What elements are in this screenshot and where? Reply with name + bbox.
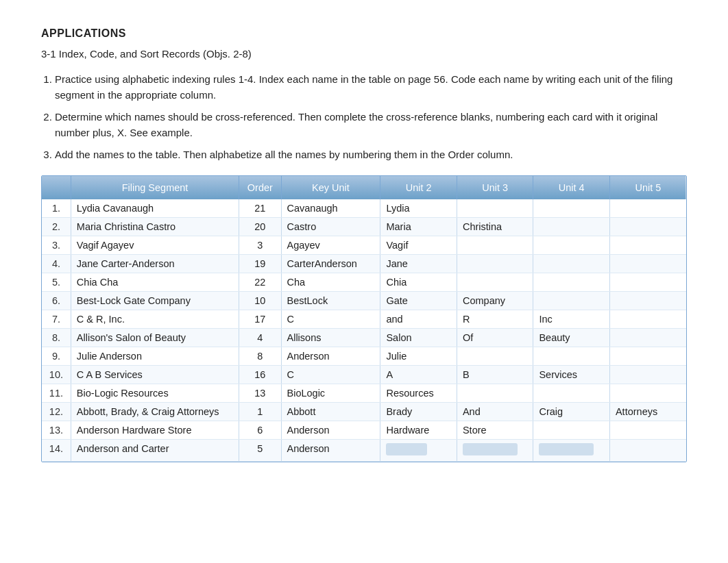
table-cell: Bio-Logic Resources xyxy=(71,384,239,403)
table-cell: Vagif xyxy=(380,236,457,255)
table-cell: C A B Services xyxy=(71,366,239,384)
table-cell: 1 xyxy=(239,403,281,421)
table-cell: C xyxy=(281,366,380,384)
col-header-order: Order xyxy=(239,176,281,200)
table-cell: Jane xyxy=(380,255,457,273)
applications-table: Filing Segment Order Key Unit Unit 2 Uni… xyxy=(42,176,686,462)
table-cell: Best-Lock Gate Company xyxy=(71,292,239,310)
table-cell xyxy=(533,421,610,440)
table-cell xyxy=(609,199,686,218)
table-cell: Lydia Cavanaugh xyxy=(71,199,239,218)
table-cell xyxy=(457,440,533,462)
table-cell: 2. xyxy=(42,218,71,236)
table-cell: Craig xyxy=(533,403,610,421)
table-cell xyxy=(457,255,533,273)
table-header-row: Filing Segment Order Key Unit Unit 2 Uni… xyxy=(42,176,686,200)
table-row: 2.Maria Christina Castro20CastroMariaChr… xyxy=(42,218,686,236)
table-cell: R xyxy=(457,310,533,329)
table-cell: 10 xyxy=(239,292,281,310)
table-row: 4.Jane Carter-Anderson19CarterAndersonJa… xyxy=(42,255,686,273)
table-row: 7.C & R, Inc.17CandRInc xyxy=(42,310,686,329)
table-cell: Brady xyxy=(380,403,457,421)
table-cell xyxy=(609,273,686,292)
table-cell: Abbott, Brady, & Craig Attorneys xyxy=(71,403,239,421)
table-row: 9.Julie Anderson8AndersonJulie xyxy=(42,347,686,366)
table-cell: Services xyxy=(533,366,610,384)
table-cell: Cha xyxy=(281,273,380,292)
table-cell: 16 xyxy=(239,366,281,384)
table-cell: Company xyxy=(457,292,533,310)
table-cell: BioLogic xyxy=(281,384,380,403)
table-cell: Christina xyxy=(457,218,533,236)
table-cell: B xyxy=(457,366,533,384)
table-cell xyxy=(533,218,610,236)
table-cell: Attorneys xyxy=(609,403,686,421)
table-cell xyxy=(533,292,610,310)
instructions-list: Practice using alphabetic indexing rules… xyxy=(41,72,687,163)
table-row: 10.C A B Services16CABServices xyxy=(42,366,686,384)
table-cell: 3 xyxy=(239,236,281,255)
table-row: 3.Vagif Agayev3AgayevVagif xyxy=(42,236,686,255)
table-cell xyxy=(457,199,533,218)
table-cell: C & R, Inc. xyxy=(71,310,239,329)
table-cell: 13 xyxy=(239,384,281,403)
table-cell: A xyxy=(380,366,457,384)
table-cell: Allisons xyxy=(281,329,380,347)
table-cell: Abbott xyxy=(281,403,380,421)
table-cell: 19 xyxy=(239,255,281,273)
table-cell: 8. xyxy=(42,329,71,347)
table-cell: Julie Anderson xyxy=(71,347,239,366)
table-cell: Of xyxy=(457,329,533,347)
table-cell xyxy=(533,440,610,462)
table-cell xyxy=(457,384,533,403)
table-row: 13.Anderson Hardware Store6AndersonHardw… xyxy=(42,421,686,440)
col-header-filing: Filing Segment xyxy=(71,176,239,200)
table-cell: 4 xyxy=(239,329,281,347)
table-cell xyxy=(609,329,686,347)
table-row: 1.Lydia Cavanaugh21CavanaughLydia xyxy=(42,199,686,218)
table-cell: Store xyxy=(457,421,533,440)
table-cell xyxy=(609,255,686,273)
table-cell: Maria Christina Castro xyxy=(71,218,239,236)
table-cell: Gate xyxy=(380,292,457,310)
table-cell xyxy=(457,236,533,255)
table-cell: Inc xyxy=(533,310,610,329)
table-cell xyxy=(380,440,457,462)
table-cell: 5 xyxy=(239,440,281,462)
table-row: 5.Chia Cha22ChaChia xyxy=(42,273,686,292)
table-cell: Vagif Agayev xyxy=(71,236,239,255)
table-row: 12.Abbott, Brady, & Craig Attorneys1Abbo… xyxy=(42,403,686,421)
col-header-unit4: Unit 4 xyxy=(533,176,610,200)
table-cell xyxy=(533,236,610,255)
instruction-2: Determine which names should be cross-re… xyxy=(55,110,687,140)
table-cell: Julie xyxy=(380,347,457,366)
table-cell: And xyxy=(457,403,533,421)
table-cell xyxy=(609,366,686,384)
table-cell: and xyxy=(380,310,457,329)
table-cell: 20 xyxy=(239,218,281,236)
section-title: APPLICATIONS xyxy=(41,27,687,40)
table-cell: 11. xyxy=(42,384,71,403)
col-header-unit2: Unit 2 xyxy=(380,176,457,200)
table-cell xyxy=(609,347,686,366)
table-cell: Lydia xyxy=(380,199,457,218)
table-cell: 8 xyxy=(239,347,281,366)
table-cell: Resources xyxy=(380,384,457,403)
table-cell: Agayev xyxy=(281,236,380,255)
table-cell xyxy=(609,310,686,329)
table-cell: 6 xyxy=(239,421,281,440)
instruction-1: Practice using alphabetic indexing rules… xyxy=(55,72,687,103)
col-header-key: Key Unit xyxy=(281,176,380,200)
table-row: 14.Anderson and Carter5Anderson xyxy=(42,440,686,462)
table-cell xyxy=(533,347,610,366)
table-cell: 5. xyxy=(42,273,71,292)
table-wrapper: Filing Segment Order Key Unit Unit 2 Uni… xyxy=(41,175,687,463)
table-cell: 12. xyxy=(42,403,71,421)
table-cell: Anderson xyxy=(281,440,380,462)
col-header-num xyxy=(42,176,71,200)
table-cell: 7. xyxy=(42,310,71,329)
col-header-unit5: Unit 5 xyxy=(609,176,686,200)
table-cell: 6. xyxy=(42,292,71,310)
table-cell: Cavanaugh xyxy=(281,199,380,218)
table-cell: Castro xyxy=(281,218,380,236)
